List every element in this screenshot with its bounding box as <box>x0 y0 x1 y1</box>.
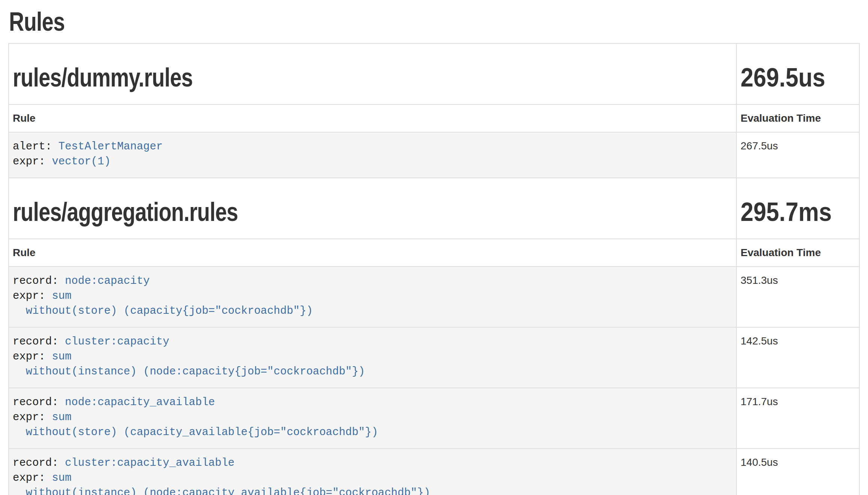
rule-name-link[interactable]: cluster:capacity_available <box>65 457 234 469</box>
rule-row: record:cluster:capacity expr:sum without… <box>9 327 859 388</box>
rule-name-link[interactable]: TestAlertManager <box>58 140 163 153</box>
rules-page: Rules rules/dummy.rules 269.5us Rule Eva… <box>0 7 868 495</box>
rule-evaluation-time: 351.3us <box>741 274 778 286</box>
rule-name-link[interactable]: node:capacity <box>65 275 150 287</box>
rule-expr-label: expr: <box>13 155 45 168</box>
rule-kind-label: alert: <box>13 140 52 153</box>
rule-definition-cell: record:cluster:capacity_available expr:s… <box>9 449 736 495</box>
rule-evaluation-time-cell: 171.7us <box>736 388 859 449</box>
rule-column-header: Rule <box>9 104 736 132</box>
rule-group-evaluation-time: 295.7ms <box>741 198 832 227</box>
rule-group-name: rules/dummy.rules <box>13 63 193 92</box>
rule-expr-link[interactable]: sum without(instance) (node:capacity{job… <box>13 350 365 378</box>
rule-evaluation-time: 142.5us <box>741 335 778 347</box>
rule-evaluation-time: 140.5us <box>741 456 778 468</box>
rules-table: rules/dummy.rules 269.5us Rule Evaluatio… <box>8 43 860 495</box>
page-title-text: Rules <box>9 7 65 36</box>
rule-definition-cell: record:node:capacity_available expr:sum … <box>9 388 736 449</box>
rule-row: alert:TestAlertManager expr:vector(1) 26… <box>9 132 859 178</box>
rule-expr-link[interactable]: sum without(store) (capacity_available{j… <box>13 411 378 438</box>
rule-name-link[interactable]: node:capacity_available <box>65 396 215 409</box>
rule-expr-label: expr: <box>13 411 45 423</box>
rule-evaluation-time-cell: 267.5us <box>736 132 859 178</box>
rule-group-name-cell: rules/dummy.rules <box>9 43 736 104</box>
rule-expr-link[interactable]: vector(1) <box>52 155 111 168</box>
rule-expr-label: expr: <box>13 290 45 302</box>
rule-group-evaluation-time-cell: 269.5us <box>736 43 859 104</box>
rule-evaluation-time-cell: 351.3us <box>736 267 859 327</box>
rule-evaluation-time: 267.5us <box>741 140 778 152</box>
rule-group-header-row: rules/dummy.rules 269.5us <box>9 43 859 104</box>
rule-evaluation-time-cell: 142.5us <box>736 327 859 388</box>
column-header-row: Rule Evaluation Time <box>9 104 859 132</box>
rule-name-link[interactable]: cluster:capacity <box>65 335 169 348</box>
rule-expr-label: expr: <box>13 350 45 363</box>
column-header-row: Rule Evaluation Time <box>9 239 859 267</box>
rule-expr-label: expr: <box>13 472 45 484</box>
rule-kind-label: record: <box>13 335 58 348</box>
rule-definition-cell: record:cluster:capacity expr:sum without… <box>9 327 736 388</box>
rule-expr-link[interactable]: sum without(instance) (node:capacity_ava… <box>13 472 430 495</box>
rule-kind-label: record: <box>13 396 58 409</box>
rule-kind-label: record: <box>13 457 58 469</box>
rule-evaluation-time: 171.7us <box>741 396 778 407</box>
evaluation-time-column-header: Evaluation Time <box>736 104 859 132</box>
rule-row: record:cluster:capacity_available expr:s… <box>9 449 859 495</box>
rule-row: record:node:capacity expr:sum without(st… <box>9 267 859 327</box>
rule-column-header: Rule <box>9 239 736 267</box>
rule-evaluation-time-cell: 140.5us <box>736 449 859 495</box>
page-title: Rules <box>9 7 860 36</box>
rule-group-name: rules/aggregation.rules <box>13 198 238 227</box>
rule-definition-cell: alert:TestAlertManager expr:vector(1) <box>9 132 736 178</box>
rule-expr-link[interactable]: sum without(store) (capacity{job="cockro… <box>13 290 313 317</box>
rule-group-evaluation-time: 269.5us <box>741 63 825 92</box>
rule-group-name-cell: rules/aggregation.rules <box>9 178 736 239</box>
evaluation-time-column-header: Evaluation Time <box>736 239 859 267</box>
rule-row: record:node:capacity_available expr:sum … <box>9 388 859 449</box>
rule-group-header-row: rules/aggregation.rules 295.7ms <box>9 178 859 239</box>
rule-group-evaluation-time-cell: 295.7ms <box>736 178 859 239</box>
rule-kind-label: record: <box>13 275 58 287</box>
rule-definition-cell: record:node:capacity expr:sum without(st… <box>9 267 736 327</box>
